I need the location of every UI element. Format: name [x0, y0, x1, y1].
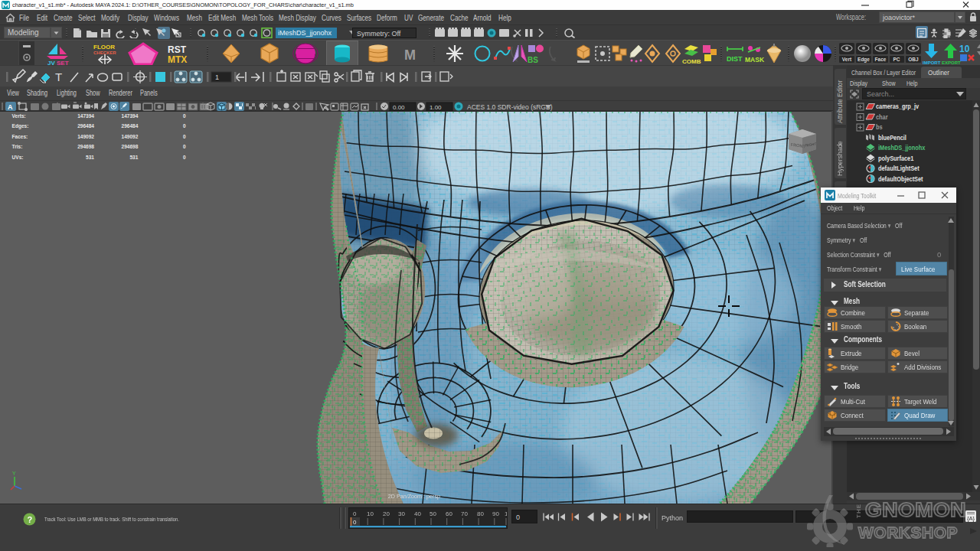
svg-text:polySurface1: polySurface1 — [878, 155, 914, 162]
svg-text:DIST: DIST — [727, 55, 743, 63]
svg-text:149092: 149092 — [122, 132, 139, 140]
svg-text:296484: 296484 — [77, 122, 95, 130]
svg-text:T: T — [55, 70, 62, 83]
svg-text:{A}: {A} — [967, 515, 975, 522]
svg-text:cameras_grp_jv: cameras_grp_jv — [876, 103, 920, 111]
svg-text:0: 0 — [353, 510, 357, 517]
svg-text:Edges:: Edges: — [12, 122, 29, 130]
svg-text:Tris:: Tris: — [12, 143, 23, 151]
svg-text:BS: BS — [528, 56, 538, 64]
svg-text:A: A — [8, 103, 13, 111]
svg-text:?: ? — [28, 515, 33, 524]
svg-text:OBJ: OBJ — [908, 57, 919, 62]
svg-text:0.00: 0.00 — [393, 104, 405, 111]
svg-text:defaultLightSet: defaultLightSet — [878, 165, 920, 173]
svg-text:20: 20 — [383, 510, 390, 517]
svg-text:70: 70 — [461, 510, 468, 517]
svg-text:M: M — [404, 47, 416, 63]
svg-text:147394: 147394 — [77, 112, 95, 119]
svg-text:Edge: Edge — [858, 57, 870, 63]
svg-text:Y: Y — [12, 471, 16, 476]
svg-text:Faces:: Faces: — [12, 132, 28, 140]
svg-text:Vert: Vert — [842, 57, 852, 62]
svg-text:2D Pan/Zoom : persp: 2D Pan/Zoom : persp — [388, 493, 440, 500]
svg-text:0: 0 — [353, 519, 357, 526]
svg-text:294698: 294698 — [122, 143, 139, 151]
svg-text:bluePencil: bluePencil — [878, 134, 906, 142]
svg-text:MTX: MTX — [168, 54, 187, 65]
svg-text:80: 80 — [477, 510, 484, 517]
svg-text:90: 90 — [492, 510, 499, 517]
svg-text:Attribute Editor: Attribute Editor — [836, 80, 844, 123]
svg-text:Hypershade: Hypershade — [836, 141, 844, 176]
svg-text:1.00: 1.00 — [430, 104, 442, 111]
svg-text:0: 0 — [183, 143, 186, 151]
svg-text:10: 10 — [367, 510, 374, 517]
svg-text:1: 1 — [215, 73, 219, 81]
svg-text:40: 40 — [414, 510, 421, 517]
svg-text:FLOOR: FLOOR — [93, 44, 115, 51]
svg-text:PC: PC — [893, 57, 900, 62]
svg-text:294698: 294698 — [77, 143, 94, 151]
svg-text:0: 0 — [183, 122, 186, 130]
svg-text:531: 531 — [86, 153, 94, 161]
svg-text:296484: 296484 — [122, 122, 139, 130]
svg-text:defaultObjectSet: defaultObjectSet — [878, 175, 923, 183]
svg-text:Verts:: Verts: — [12, 112, 26, 119]
svg-text:60: 60 — [446, 510, 452, 517]
svg-text:RST: RST — [168, 44, 187, 55]
svg-text:0: 0 — [183, 112, 186, 119]
svg-text:COMB: COMB — [682, 58, 701, 64]
svg-text:149092: 149092 — [77, 132, 94, 140]
svg-text:UVs:: UVs: — [12, 153, 24, 161]
svg-text:MASK: MASK — [745, 56, 765, 64]
svg-text:10: 10 — [959, 44, 970, 54]
svg-text:0: 0 — [183, 132, 186, 140]
svg-text:1: 1 — [505, 510, 507, 517]
svg-text:JV: JV — [47, 60, 55, 65]
svg-text:iMeshDS_jjonohx: iMeshDS_jjonohx — [878, 145, 926, 152]
svg-text:Face: Face — [875, 57, 887, 62]
svg-text:0: 0 — [183, 153, 186, 161]
svg-text:50: 50 — [430, 510, 436, 517]
svg-text:147394: 147394 — [122, 112, 139, 119]
svg-text:SET: SET — [57, 60, 69, 65]
svg-text:bs: bs — [876, 124, 883, 132]
svg-text:531: 531 — [129, 153, 138, 161]
svg-text:char: char — [876, 113, 888, 121]
svg-text:30: 30 — [398, 510, 405, 517]
svg-text:ACES 1.0 SDR-video (sRGB): ACES 1.0 SDR-video (sRGB) — [467, 103, 553, 111]
